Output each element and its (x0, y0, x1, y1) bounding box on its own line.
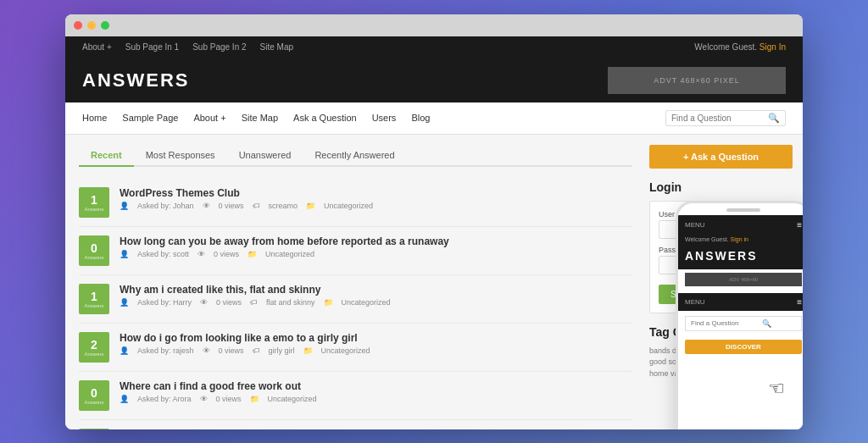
tab-recent[interactable]: Recent (79, 145, 134, 167)
answer-count-badge: 1 Answers (79, 284, 109, 314)
table-row: 1 Answers Why am i created like this, fl… (79, 275, 632, 324)
table-row: 0 Answers How long can you be away from … (79, 227, 632, 275)
phone-site-title: ANSWERS (678, 246, 803, 269)
answer-count-badge: 0 Answers (79, 429, 109, 429)
top-sign-in[interactable]: Sign In (760, 42, 786, 52)
table-row: 1 Answers WordPress Themes Club 👤 Asked … (79, 179, 632, 227)
table-row: 0 Answers Why cant i get a date 👤 Asked … (79, 420, 632, 429)
table-row: 2 Answers How do i go from looking like … (79, 324, 632, 372)
tabs: Recent Most Responses Unanswered Recentl… (79, 145, 632, 167)
ad-banner: ADVT 468×60 PIXEL (608, 67, 786, 94)
question-title[interactable]: Why am i created like this, flat and ski… (120, 284, 632, 296)
phone-search-icon: 🔍 (762, 319, 771, 328)
phone-mockup: MENU ≡ Welcome Guest. Sign in ANSWERS AD… (676, 201, 803, 429)
phone-menu-label2: MENU (685, 298, 705, 306)
browser-window: About + Sub Page In 1 Sub Page In 2 Site… (65, 14, 803, 429)
answer-count-badge: 0 Answers (79, 235, 109, 266)
search-icon: 🔍 (768, 113, 780, 124)
dot-green[interactable] (101, 21, 109, 30)
hamburger-icon2[interactable]: ≡ (797, 297, 802, 307)
person-icon: 👤 (120, 298, 129, 307)
nav-home[interactable]: Home (82, 113, 107, 123)
title-bar (65, 14, 803, 36)
nav-ask[interactable]: Ask a Question (293, 113, 357, 123)
question-content: Why am i created like this, flat and ski… (120, 284, 632, 307)
answer-count-badge: 2 Answers (79, 332, 109, 363)
site-title: ANSWERS (82, 69, 189, 91)
question-meta: 👤 Asked by: Arora 👁 0 views 📁 Uncategori… (120, 395, 632, 403)
tag-icon: 🏷 (253, 346, 260, 355)
top-nav-about[interactable]: About + (82, 42, 112, 52)
question-content: WordPress Themes Club 👤 Asked by: Johan … (120, 187, 632, 210)
phone-ad: ADV 468×60 (685, 273, 802, 286)
phone-sign-in[interactable]: Sign in (731, 236, 748, 242)
question-list: 1 Answers WordPress Themes Club 👤 Asked … (79, 179, 632, 429)
site-header: ANSWERS ADVT 468×60 PIXEL (65, 58, 803, 102)
phone-search-input[interactable] (691, 319, 759, 327)
question-content: Why cant i get a date 👤 Asked by: Arora … (120, 429, 632, 429)
question-content: How do i go from looking like a emo to a… (120, 332, 632, 355)
phone-welcome: Welcome Guest. Sign in (678, 235, 803, 246)
top-nav-subpage2[interactable]: Sub Page In 2 (192, 42, 246, 52)
views-icon: 👁 (198, 250, 205, 258)
welcome-text: Welcome Guest. (694, 42, 757, 52)
tab-recently-answered[interactable]: Recently Answered (303, 145, 406, 167)
search-input[interactable] (671, 114, 765, 123)
phone-menu-label: MENU (685, 221, 705, 229)
nav-about[interactable]: About + (193, 113, 225, 123)
person-icon: 👤 (120, 250, 129, 258)
phone-content: MENU ≡ Welcome Guest. Sign in ANSWERS AD… (678, 215, 803, 429)
answer-count-badge: 0 Answers (79, 380, 109, 411)
question-meta: 👤 Asked by: Johan 👁 0 views 🏷 screamo 📁 … (120, 202, 632, 210)
dot-yellow[interactable] (87, 21, 96, 30)
phone-menu-bar2: MENU ≡ (678, 293, 803, 311)
question-content: How long can you be away from home befor… (120, 235, 632, 258)
question-title[interactable]: How do i go from looking like a emo to a… (120, 332, 632, 344)
question-content: Where can i find a good free work out 👤 … (120, 380, 632, 403)
login-title: Login (649, 180, 793, 194)
nav-blog[interactable]: Blog (411, 113, 430, 123)
answer-count-badge: 1 Answers (79, 187, 109, 218)
question-title[interactable]: How long can you be away from home befor… (120, 235, 632, 247)
phone-menu-bar: MENU ≡ (678, 215, 803, 235)
person-icon: 👤 (120, 346, 129, 355)
search-bar[interactable]: 🔍 (665, 110, 786, 126)
question-meta: 👤 Asked by: scott 👁 0 views 📁 Uncategori… (120, 250, 632, 258)
ask-question-button[interactable]: + Ask a Question (649, 145, 793, 169)
nav-users[interactable]: Users (372, 113, 397, 123)
nav-sitemap[interactable]: Site Map (242, 113, 278, 123)
top-nav-subpage1[interactable]: Sub Page In 1 (125, 42, 179, 52)
top-nav-sitemap[interactable]: Site Map (260, 42, 293, 52)
cursor-hand-icon: ☞ (768, 378, 785, 400)
tag-icon: 🏷 (253, 202, 260, 210)
hamburger-icon[interactable]: ≡ (797, 220, 802, 230)
phone-ask-btn[interactable]: DISCOVER (685, 340, 802, 354)
table-row: 0 Answers Where can i find a good free w… (79, 372, 632, 420)
phone-speaker (726, 208, 760, 212)
top-nav-right: Welcome Guest. Sign In (694, 42, 786, 52)
phone-search-bar[interactable]: 🔍 (685, 316, 802, 331)
dot-red[interactable] (74, 21, 82, 30)
question-title[interactable]: Why cant i get a date (120, 429, 632, 429)
nav-sample[interactable]: Sample Page (122, 113, 178, 123)
views-icon: 👁 (203, 346, 210, 355)
top-nav: About + Sub Page In 1 Sub Page In 2 Site… (65, 36, 803, 58)
top-nav-links: About + Sub Page In 1 Sub Page In 2 Site… (82, 42, 293, 52)
tab-unanswered[interactable]: Unanswered (227, 145, 303, 167)
person-icon: 👤 (120, 202, 129, 210)
main-column: Recent Most Responses Unanswered Recentl… (65, 135, 646, 429)
main-nav: Home Sample Page About + Site Map Ask a … (65, 102, 803, 135)
person-icon: 👤 (120, 395, 129, 403)
question-meta: 👤 Asked by: Harry 👁 0 views 🏷 flat and s… (120, 298, 632, 307)
question-meta: 👤 Asked by: rajesh 👁 0 views 🏷 girly gir… (120, 346, 632, 355)
tag-icon: 🏷 (250, 298, 258, 307)
question-title[interactable]: Where can i find a good free work out (120, 380, 632, 392)
tab-most-responses[interactable]: Most Responses (134, 145, 227, 167)
views-icon: 👁 (200, 395, 208, 403)
views-icon: 👁 (200, 298, 208, 307)
question-title[interactable]: WordPress Themes Club (120, 187, 632, 199)
views-icon: 👁 (203, 202, 210, 210)
main-nav-links: Home Sample Page About + Site Map Ask a … (82, 113, 430, 123)
